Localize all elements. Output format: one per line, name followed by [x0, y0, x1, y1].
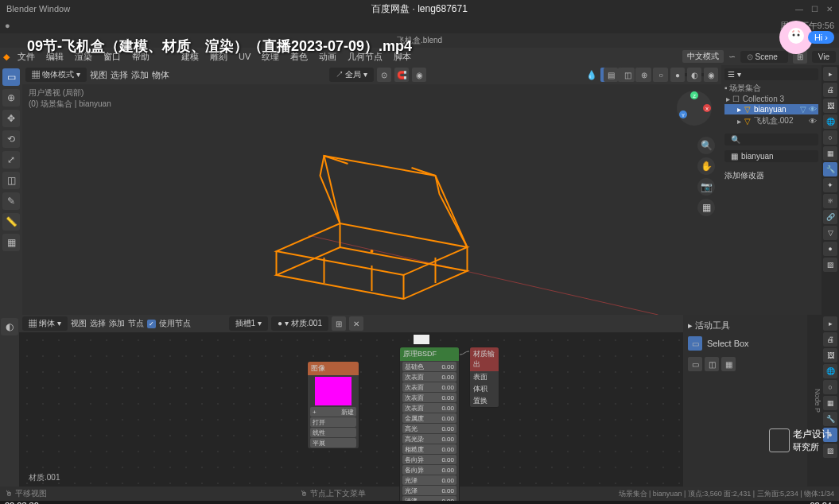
proptab-object[interactable]: ▦ [823, 146, 837, 161]
nav-gizmo[interactable]: Z X Y [675, 89, 713, 127]
proptab-particles[interactable]: ✦ [823, 178, 837, 192]
outliner-filter[interactable]: ☰ ▾ [724, 68, 818, 80]
bsdf-row-11[interactable]: 光泽0.00 [402, 475, 456, 485]
transform-tool[interactable]: ◫ [2, 172, 20, 189]
use-nodes-checkbox[interactable]: ✓ [147, 320, 156, 328]
tool-opt3[interactable]: ▦ [721, 357, 736, 371]
node-out-disp[interactable]: 置换 [470, 395, 499, 407]
outliner-search[interactable]: 🔍 [724, 134, 818, 145]
slot-dropdown[interactable]: 插槽1 ▾ [229, 316, 268, 331]
outliner-scene[interactable]: ▪ 场景集合 [724, 83, 818, 94]
bsdf-row-8[interactable]: 相糙度0.00 [402, 444, 456, 454]
persp-icon[interactable]: ▦ [697, 199, 715, 216]
mode-dropdown[interactable]: ▦ 物体模式 ▾ [25, 68, 87, 82]
hi-badge[interactable]: Hi › [808, 31, 834, 44]
move-tool[interactable]: ✥ [2, 110, 20, 127]
node-image-header[interactable]: 图像 [308, 362, 359, 375]
sidepanel-title[interactable]: ▸ 活动工具 [688, 320, 802, 331]
xray-toggle[interactable]: ◫ [620, 68, 635, 82]
bsdf-row-3[interactable]: 次表面0.00 [402, 393, 456, 402]
node-editor-type[interactable]: ◐ [1, 318, 18, 335]
gizmo-toggle[interactable]: ⊕ [637, 68, 651, 82]
proptab-output[interactable]: 🖨 [823, 83, 837, 97]
node-menu-view[interactable]: 视图 [71, 318, 87, 329]
link-icon[interactable]: ∽ [728, 52, 736, 62]
bsdf-row-10[interactable]: 各向异0.00 [402, 465, 456, 475]
proptab-render[interactable]: ▸ [823, 67, 837, 81]
orientation-dropdown[interactable]: ↗ 全局 ▾ [329, 68, 375, 82]
pivot-button[interactable]: ⊙ [377, 68, 391, 82]
bsdf-row-9[interactable]: 各向异0.00 [402, 455, 456, 464]
proptab-world[interactable]: ○ [823, 130, 837, 145]
bsdf-row-6[interactable]: 高光0.00 [402, 424, 456, 433]
zoom-icon[interactable]: 🔍 [697, 137, 715, 154]
viewport-menu-view[interactable]: 视图 [90, 69, 107, 81]
maximize-button[interactable]: ☐ [811, 5, 818, 14]
bsdf-row-0[interactable]: 基础色0.00 [402, 362, 456, 371]
rotate-tool[interactable]: ⟲ [2, 130, 20, 148]
viewport-3d[interactable] [22, 84, 721, 315]
n-panel-tab[interactable]: Node P [807, 315, 822, 487]
propedit-button[interactable]: ◉ [412, 68, 426, 82]
proptab-constraint[interactable]: 🔗 [823, 210, 837, 224]
overlay-toggle[interactable]: ▤ [604, 68, 618, 82]
bsdf-row-7[interactable]: 高光染0.00 [402, 434, 456, 444]
node-bsdf-header[interactable]: 原理BSDF [400, 347, 459, 361]
close-button[interactable]: ✕ [826, 5, 833, 14]
bsdf-row-5[interactable]: 金属度0.00 [402, 413, 456, 423]
outliner-item-box[interactable]: ▸ ▽ 飞机盒.002 👁 [724, 114, 818, 127]
node-menu-select[interactable]: 选择 [90, 318, 106, 329]
node-mode[interactable]: ▦ 纲体 ▾ [22, 316, 68, 331]
bsdf-row-2[interactable]: 次表面0.00 [402, 382, 456, 392]
outliner-item-bianyuan[interactable]: ▸ ▽ bianyuan ▽ 👁 [724, 104, 818, 114]
cursor-tool[interactable]: ⊕ [2, 89, 20, 107]
bsdf-row-4[interactable]: 次表面0.00 [402, 403, 456, 413]
measure-tool[interactable]: 📏 [2, 213, 20, 231]
add-tool[interactable]: ▦ [2, 234, 20, 251]
node-image-opt1[interactable]: 线性 [310, 428, 356, 437]
bsdf-row-1[interactable]: 次表面0.00 [402, 372, 456, 382]
camera-icon[interactable]: 📷 [697, 178, 715, 196]
mat-new[interactable]: ⊞ [332, 316, 346, 331]
bsdf-row-12[interactable]: 光泽0.00 [402, 486, 456, 495]
mat-unlink[interactable]: ✕ [349, 316, 363, 331]
vp-mat[interactable]: ◐ [687, 68, 701, 82]
viewport-menu-object[interactable]: 物体 [152, 69, 169, 81]
vp-solid[interactable]: ● [670, 68, 685, 82]
node-out-volume[interactable]: 体积 [470, 383, 499, 395]
node-image-new[interactable]: +新建 [310, 407, 356, 417]
node-menu-node[interactable]: 节点 [128, 318, 144, 329]
proptab-mesh[interactable]: ▽ [823, 226, 837, 240]
pan-icon[interactable]: ✋ [697, 157, 715, 175]
vp-render[interactable]: ◉ [704, 68, 718, 82]
proptab-physics[interactable]: ⚛ [823, 194, 837, 208]
proptab2-output[interactable]: 🖨 [823, 332, 837, 347]
proptab2-object[interactable]: ▦ [823, 396, 837, 410]
layout-mode[interactable]: 中文模式 [682, 50, 724, 63]
node-out-surface[interactable]: 表面 [470, 371, 499, 383]
viewport-menu-select[interactable]: 选择 [111, 69, 128, 81]
node-image-open[interactable]: 打开 [310, 417, 356, 427]
annotate-tool[interactable]: ✎ [2, 192, 20, 210]
proptab2-scene[interactable]: 🌐 [823, 364, 837, 378]
proptab2-modifier[interactable]: 🔧 [823, 412, 837, 426]
proptab2-world[interactable]: ○ [823, 380, 837, 394]
node-output-header[interactable]: 材质输出 [470, 347, 499, 371]
proptab2-view[interactable]: 🖼 [823, 348, 837, 362]
proptab-view[interactable]: 🖼 [823, 99, 837, 113]
material-dropdown[interactable]: ● ▾ 材质.001 [271, 316, 328, 331]
outliner-collection[interactable]: ▸ ☐ Collection 3 [724, 94, 818, 104]
node-image-opt2[interactable]: 平展 [310, 438, 356, 448]
snap-button[interactable]: 🧲 [394, 68, 409, 82]
select-tool[interactable]: ▭ [2, 68, 20, 86]
proptab-modifier[interactable]: 🔧 [823, 162, 837, 176]
tool-opt2[interactable]: ◫ [705, 357, 719, 371]
tool-opt1[interactable]: ▭ [688, 357, 702, 371]
color-swatch[interactable] [413, 334, 430, 345]
object-name-field[interactable]: ▦ bianyuan [724, 150, 818, 162]
eyedropper-icon[interactable]: 💧 [586, 70, 597, 80]
vp-wire[interactable]: ○ [654, 68, 668, 82]
proptab-scene[interactable]: 🌐 [823, 114, 837, 129]
minimize-button[interactable]: — [795, 5, 803, 14]
viewport-menu-add[interactable]: 添加 [131, 69, 149, 81]
